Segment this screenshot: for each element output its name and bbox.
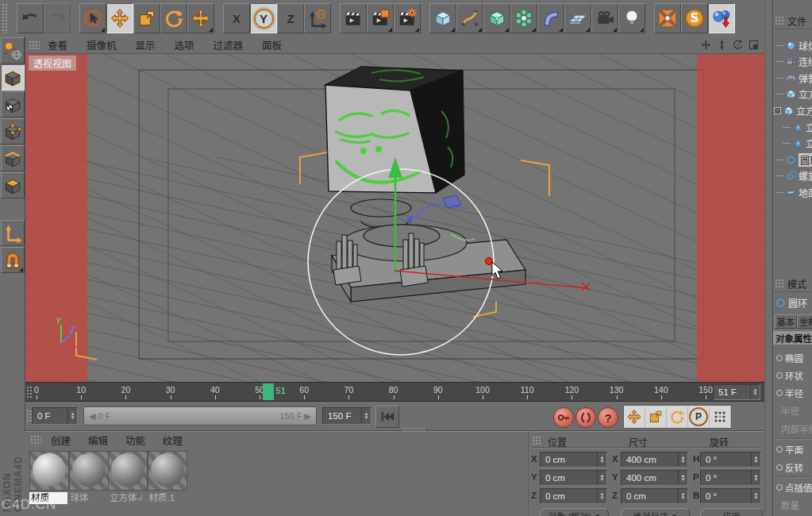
object-properties-section[interactable]: 对象属性: [773, 331, 812, 345]
keyframe-dot-icon[interactable]: [776, 390, 783, 396]
key-position-toggle[interactable]: [624, 406, 645, 427]
attribute-row[interactable]: 环状: [776, 369, 812, 382]
object-item[interactable]: 立方体: [773, 137, 812, 151]
viewport-canvas[interactable]: [25, 54, 764, 382]
attribute-tab-0[interactable]: 基本: [775, 314, 797, 329]
object-item[interactable]: 球体: [773, 38, 812, 52]
enable-axis-mode-button[interactable]: [1, 220, 25, 246]
apply-button[interactable]: 应用: [700, 508, 763, 516]
object-name[interactable]: 立方体: [806, 121, 812, 134]
material-name[interactable]: 材质.1: [148, 492, 186, 504]
object-name[interactable]: 球体: [799, 39, 812, 52]
sketch-and-toon-button[interactable]: [681, 3, 708, 33]
viewport-menu-1[interactable]: 摄像机: [87, 37, 117, 52]
attribute-row[interactable]: 半径: [781, 404, 812, 417]
live-selection-button[interactable]: [79, 3, 106, 33]
lock-z-axis-button[interactable]: Z: [277, 3, 304, 33]
range-end-field[interactable]: 150 F▲▼: [322, 407, 371, 425]
object-item[interactable]: 立方体: [773, 87, 812, 102]
texture-mode-button[interactable]: [1, 91, 25, 117]
timeline-playhead[interactable]: [263, 383, 274, 400]
add-camera-button[interactable]: [591, 3, 618, 33]
material-name[interactable]: 球体: [69, 492, 107, 504]
viewport-menu-grip[interactable]: [29, 40, 40, 50]
object-name[interactable]: 立方体: [796, 104, 812, 117]
key-point-level-toggle[interactable]: [710, 406, 731, 427]
material-name[interactable]: 立方体-/: [108, 492, 146, 504]
coords-value-field[interactable]: 0 °▲▼: [700, 452, 761, 468]
size-mode-select[interactable]: 绝对尺寸 ▼: [621, 508, 690, 516]
attribute-row[interactable]: 反转: [776, 461, 812, 474]
preview-range-slider[interactable]: ◀ 0 F150 F ▶: [83, 406, 317, 426]
toggle-layout-button[interactable]: [745, 38, 761, 52]
attribute-row[interactable]: 平面: [776, 443, 812, 456]
attribute-row[interactable]: 半径: [776, 387, 812, 399]
object-name[interactable]: 螺旋: [799, 169, 812, 183]
rotate-tool-button[interactable]: [160, 3, 187, 33]
object-name[interactable]: 连结: [799, 55, 812, 68]
viewport-menu-5[interactable]: 面板: [262, 37, 282, 52]
object-item[interactable]: 弹簧: [773, 71, 812, 85]
add-deformer-button[interactable]: [537, 3, 564, 33]
snap-settings-button[interactable]: [1, 247, 25, 273]
axis-handle-dot[interactable]: [486, 258, 493, 265]
attribute-row[interactable]: 点插值方式: [776, 481, 812, 494]
coords-value-field[interactable]: 400 cm▲▼: [621, 470, 688, 486]
add-cube-primitive-button[interactable]: [429, 3, 456, 33]
coordinate-system-button[interactable]: [304, 3, 331, 33]
object-item[interactable]: 螺旋: [773, 169, 812, 183]
attribute-manager-grip[interactable]: [775, 279, 784, 288]
attribute-row[interactable]: 数量: [781, 499, 812, 511]
timeline-ruler[interactable]: 0 10 20 30 40 50 60 70 80 90 100 110 120…: [25, 382, 764, 402]
add-light-button[interactable]: [618, 3, 645, 33]
object-name[interactable]: 立方体: [806, 137, 812, 150]
points-mode-button[interactable]: [1, 118, 25, 144]
add-subdivision-surface-button[interactable]: [483, 3, 510, 33]
zoom-view-button[interactable]: [714, 38, 729, 52]
undo-button[interactable]: [17, 3, 44, 33]
material-menu-grip[interactable]: [30, 435, 41, 445]
material-menu-3[interactable]: 纹理: [163, 433, 183, 448]
material-thumbnail[interactable]: [108, 451, 148, 491]
material-menu-0[interactable]: 创建: [51, 433, 71, 448]
key-parameter-toggle[interactable]: P: [688, 406, 710, 427]
coords-value-field[interactable]: 400 cm▲▼: [621, 452, 688, 468]
object-name[interactable]: 地面: [799, 186, 812, 199]
keyframe-dot-icon[interactable]: [776, 464, 783, 471]
lock-x-axis-button[interactable]: X: [223, 3, 250, 33]
lock-y-axis-button[interactable]: Y: [250, 3, 277, 33]
keyframe-dot-icon[interactable]: [776, 355, 783, 361]
object-item[interactable]: − 立方体: [773, 103, 812, 117]
material-thumbnail[interactable]: [69, 451, 109, 491]
object-name[interactable]: 圆环: [799, 153, 812, 167]
redo-button[interactable]: [44, 3, 71, 33]
keyframe-dot-icon[interactable]: [776, 484, 783, 491]
attribute-row[interactable]: 椭圆: [776, 352, 812, 364]
pan-view-button[interactable]: [698, 38, 714, 52]
model-mode-button[interactable]: [1, 64, 25, 90]
coords-value-field[interactable]: 0 cm▲▼: [621, 488, 688, 504]
coords-value-field[interactable]: 0 cm▲▼: [540, 488, 607, 504]
simulation-button[interactable]: [708, 3, 735, 33]
attribute-row[interactable]: 内部半径: [781, 422, 812, 435]
coordinates-grip[interactable]: [532, 436, 542, 445]
go-to-start-button[interactable]: [375, 406, 399, 428]
object-name[interactable]: 立方体: [799, 87, 812, 101]
object-item[interactable]: 圆环: [773, 152, 812, 167]
material-menu-1[interactable]: 编辑: [88, 433, 108, 448]
coords-value-field[interactable]: 0 °▲▼: [700, 470, 761, 486]
move-tool-button[interactable]: [106, 3, 133, 33]
keying-help-button[interactable]: ?: [598, 407, 618, 428]
edges-mode-button[interactable]: [1, 145, 25, 171]
position-mode-select[interactable]: 对象 (相对) ▼: [540, 508, 609, 516]
attribute-object-row[interactable]: 圆环: [773, 295, 812, 310]
attribute-tab-1[interactable]: 坐标: [797, 314, 812, 329]
viewport-menu-4[interactable]: 过滤器: [214, 37, 244, 52]
edit-render-settings-button[interactable]: [394, 3, 421, 33]
range-start-field[interactable]: 0 F▲▼: [32, 407, 78, 425]
render-view-button[interactable]: [340, 3, 367, 33]
material-thumbnail[interactable]: [148, 451, 187, 491]
attribute-manager-menu[interactable]: 模式: [787, 277, 806, 291]
toolbar-grip[interactable]: [2, 3, 8, 33]
material-thumbnail[interactable]: [29, 451, 69, 491]
